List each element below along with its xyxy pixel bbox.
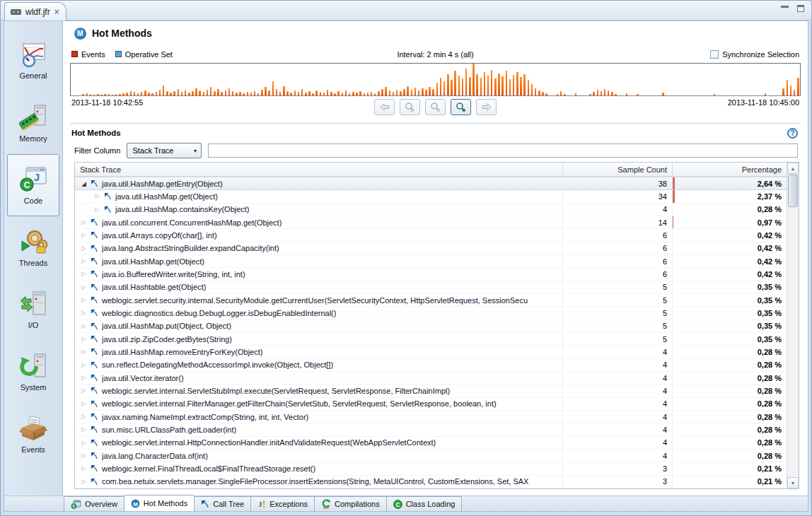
expand-icon[interactable]: ▷ [79,310,88,316]
expand-icon[interactable]: ▷ [79,297,88,303]
sidebar-item-general[interactable]: General [7,30,59,92]
expand-icon[interactable]: ▷ [79,232,88,238]
table-row[interactable]: ▷java.util.Vector.iterator()40,28 % [75,372,787,385]
table-row[interactable]: ▷java.lang.CharacterData.of(int)40,28 % [75,450,787,462]
synchronize-selection[interactable]: Synchronize Selection [710,50,799,59]
table-row[interactable]: ▷javax.naming.NameImpl.extractComp(Strin… [75,411,787,423]
table-row[interactable]: ▷weblogic.servlet.internal.ServletStubIm… [75,385,787,397]
expand-icon[interactable]: ▷ [79,284,88,291]
table-row[interactable]: ▷java.util.HashMap.put(Object, Object)50… [75,320,787,333]
sidebar-item-system[interactable]: System [7,341,59,403]
timeline-chart[interactable] [70,63,801,96]
expand-icon[interactable]: ▷ [79,387,88,394]
percentage-cell: 0,28 % [672,411,787,423]
expand-icon[interactable]: ▷ [79,271,88,277]
table-row[interactable]: ▷java.util.Hashtable.get(Object)50,35 % [75,281,787,294]
expand-icon[interactable]: ▷ [79,440,88,446]
table-row[interactable]: ▷java.util.HashMap.removeEntryForKey(Obj… [75,346,787,358]
table-row[interactable]: ▷java.util.HashMap.containsKey(Object)40… [75,204,787,216]
column-header-stack-trace[interactable]: Stack Trace [75,163,562,176]
sidebar-item-events[interactable]: Events [7,403,59,465]
expand-icon[interactable]: ▷ [79,348,88,355]
expand-icon[interactable]: ▷ [93,206,102,213]
method-icon [91,218,98,226]
sidebar-item-label: Code [24,197,42,205]
expand-icon[interactable]: ▷ [79,452,88,459]
method-icon [91,348,98,356]
expand-icon[interactable]: ▷ [79,426,88,433]
expand-icon[interactable]: ▷ [79,414,88,420]
column-header-percentage[interactable]: Percentage [672,163,787,176]
sidebar-item-memory[interactable]: Memory [7,92,59,154]
chart-bar [378,91,380,95]
tab-exceptions[interactable]: JExceptions [250,496,315,511]
tab-call-tree[interactable]: Call Tree [194,496,251,511]
synchronize-selection-checkbox[interactable] [710,50,719,59]
chart-bar [513,75,515,95]
vertical-scrollbar[interactable]: ▲ ▼ [787,163,799,488]
expand-icon[interactable]: ▷ [79,362,88,368]
expand-icon[interactable]: ▷ [79,219,88,225]
chart-bar [254,91,256,95]
table-row[interactable]: ▷weblogic.servlet.security.internal.Secu… [75,294,787,307]
table-row[interactable]: ▷sun.misc.URLClassPath.getLoader(int)40,… [75,423,787,436]
chart-bar [141,92,143,95]
tab-overview[interactable]: COverview [64,496,124,511]
editor-tab-wldf-jfr[interactable]: wldf.jfr × [4,2,66,20]
table-row[interactable]: ▷weblogic.diagnostics.debug.DebugLogger.… [75,307,787,319]
percentage-value: 2,64 % [758,180,787,188]
table-row[interactable]: ◢java.util.HashMap.getEntry(Object)382,6… [75,177,787,190]
table-row[interactable]: ▷java.util.HashMap.get(Object)342,37 % [75,190,787,203]
column-header-sample-count[interactable]: Sample Count [562,163,672,176]
expand-icon[interactable]: ▷ [79,336,88,342]
table-row[interactable]: ▷java.util.zip.ZipCoder.getBytes(String)… [75,333,787,346]
help-icon[interactable]: ? [787,128,798,139]
table-row[interactable]: ▷java.util.concurrent.ConcurrentHashMap.… [75,216,787,229]
filter-column-dropdown[interactable]: Stack Trace ▼ [127,143,202,158]
filter-text-input[interactable] [208,143,798,158]
percentage-value: 0,21 % [758,477,787,486]
percentage-cell: 0,28 % [672,204,787,216]
stack-trace-cell: ▷java.util.concurrent.ConcurrentHashMap.… [75,216,562,228]
method-name: java.util.Hashtable.get(Object) [102,283,206,291]
table-row[interactable]: ▷com.bea.netuix.servlets.manager.SingleF… [75,476,787,488]
tab-compilations[interactable]: 010Compilations [314,496,387,511]
expand-icon[interactable]: ▷ [79,479,88,485]
sidebar-item-io[interactable]: I/O [7,278,59,341]
method-icon [91,464,98,472]
table-row[interactable]: ▷java.util.HashMap.get(Object)60,42 % [75,255,787,268]
method-icon [91,296,98,304]
scroll-up-icon[interactable]: ▲ [787,163,799,174]
scrollbar-thumb[interactable] [788,175,798,207]
expand-icon[interactable]: ▷ [79,465,88,471]
zoom-in-button[interactable] [451,99,471,115]
expand-icon[interactable]: ▷ [79,245,88,252]
close-icon[interactable]: × [54,7,59,17]
method-icon [91,452,98,459]
expand-icon[interactable]: ▷ [79,258,88,264]
tab-hot-methods[interactable]: MHot Methods [124,495,195,511]
chart-bar [589,94,591,95]
table-row[interactable]: ▷weblogic.servlet.internal.HttpConnectio… [75,437,787,450]
minimize-icon[interactable] [781,6,789,8]
stack-trace-cell: ▷weblogic.diagnostics.debug.DebugLogger.… [75,307,562,319]
percentage-cell: 0,28 % [672,398,787,410]
table-row[interactable]: ▷java.util.Arrays.copyOf(char[], int)60,… [75,229,787,242]
sidebar-item-code[interactable]: JCCode [7,154,59,216]
chart-bar [454,71,456,95]
table-row[interactable]: ▷java.lang.AbstractStringBuilder.expandC… [75,242,787,255]
table-row[interactable]: ▷sun.reflect.DelegatingMethodAccessorImp… [75,359,787,372]
table-row[interactable]: ▷java.io.BufferedWriter.write(String, in… [75,268,787,281]
expand-icon[interactable]: ▷ [79,401,88,407]
sidebar-item-threads[interactable]: Threads [7,216,59,278]
scroll-down-icon[interactable]: ▼ [787,477,799,488]
maximize-icon[interactable] [797,5,804,12]
table-row[interactable]: ▷weblogic.servlet.internal.FilterManager… [75,398,787,411]
stack-trace-cell: ▷java.lang.AbstractStringBuilder.expandC… [75,242,562,254]
expand-icon[interactable]: ▷ [93,193,102,199]
table-row[interactable]: ▷weblogic.kernel.FinalThreadLocal$FinalT… [75,462,787,475]
expand-icon[interactable]: ▷ [79,323,88,329]
tab-class-loading[interactable]: CClass Loading [386,496,463,511]
collapse-icon[interactable]: ◢ [79,180,88,187]
expand-icon[interactable]: ▷ [79,375,88,381]
